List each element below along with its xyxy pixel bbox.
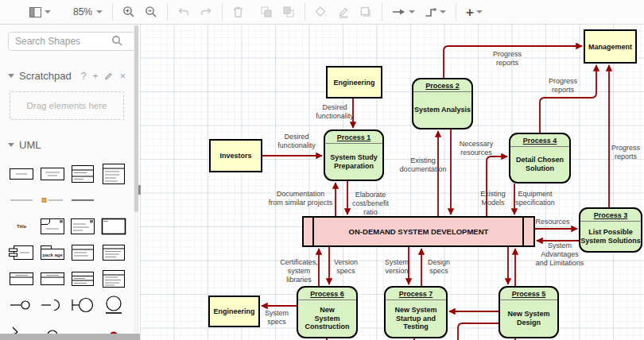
waypoint-style-button[interactable] [420, 0, 451, 24]
shape-uml-boundary-object[interactable] [68, 292, 98, 318]
flow-label-resources[interactable]: Resources [533, 218, 572, 226]
shape-uml-class-rows-2[interactable] [99, 266, 129, 292]
process-node-2[interactable]: Process 2 System Analysis [412, 78, 473, 129]
entity-engineering-bottom[interactable]: Engineering [208, 296, 260, 327]
pencil-icon [337, 6, 350, 18]
shape-uml-class-2[interactable] [99, 161, 129, 187]
shape-uml-control-object[interactable] [6, 319, 37, 334]
shape-uml-item-text[interactable] [37, 187, 68, 213]
shape-uml-attribute-text[interactable] [6, 187, 37, 213]
close-icon[interactable]: × [119, 70, 126, 82]
flow-label-progress-reports-3[interactable]: Progress reports [606, 144, 644, 161]
shape-uml-object-header[interactable] [6, 266, 37, 292]
shape-uml-note[interactable] [68, 214, 98, 239]
shape-uml-class-rows[interactable] [68, 266, 98, 292]
flow-label-existing-documentation[interactable]: Existing documentation [398, 156, 448, 174]
process-5-name: New System Design [500, 300, 557, 337]
flow-label-system-version[interactable]: System version [381, 258, 413, 276]
trash-icon [232, 6, 244, 18]
process-node-1[interactable]: Process 1 System Study Preparation [324, 129, 384, 181]
shape-uml-component[interactable] [6, 240, 37, 265]
shape-uml-title-text[interactable]: Title [6, 214, 37, 239]
process-5-title: Process 5 [500, 288, 557, 299]
process-node-4[interactable]: Process 4 Detail Chosen Solution [509, 133, 571, 184]
connection-arrow-icon [392, 7, 406, 17]
shape-uml-package[interactable]: pack age [37, 240, 68, 265]
flow-label-system-advantages[interactable]: System Advantages and Limitations [535, 241, 584, 267]
process-node-6[interactable]: Process 6 New System Construction [297, 286, 358, 338]
sidebar-bottom-scrollbar[interactable] [0, 334, 140, 340]
data-store-divider-left [312, 218, 314, 245]
shape-uml-class-4[interactable] [99, 240, 129, 265]
zoom-out-button[interactable] [140, 0, 162, 24]
connection-style-button[interactable] [387, 0, 420, 24]
entity-investors[interactable]: Investors [209, 139, 262, 172]
shape-uml-template-frame[interactable] [99, 214, 129, 239]
insert-button[interactable]: + [461, 0, 487, 24]
flow-label-progress-reports-2[interactable]: Progress reports [542, 77, 584, 95]
shape-uml-divider-line[interactable] [68, 187, 98, 213]
zoom-in-button[interactable] [118, 0, 140, 24]
shape-uml-object-header-2[interactable] [37, 266, 68, 292]
edit-pencil-icon[interactable] [104, 71, 113, 80]
flow-label-version-specs[interactable]: Version specs [330, 258, 362, 276]
fill-color-button[interactable] [310, 0, 332, 24]
flow-label-system-specs[interactable]: System specs [261, 309, 293, 326]
process-7-title: Process 7 [386, 288, 446, 299]
scratchpad-dropzone[interactable]: Drag elements here [10, 91, 124, 120]
flow-label-existing-models[interactable]: Existing Models [477, 190, 509, 207]
entity-management[interactable]: Management [584, 29, 637, 64]
shape-uml-required-interface[interactable] [37, 292, 68, 318]
flow-label-documentation[interactable]: Documentation from similar projects [265, 190, 336, 207]
zoom-level-dropdown[interactable]: 85% [67, 0, 107, 24]
line-color-button[interactable] [332, 0, 355, 24]
process-node-5[interactable]: Process 5 New System Design [499, 286, 559, 338]
shape-uml-class-3[interactable] [68, 240, 98, 265]
svg-text:pack age: pack age [42, 252, 63, 257]
flow-label-desired-functionality-1[interactable]: Desired functionality [312, 103, 357, 121]
process-node-7[interactable]: Process 7 New System Startup and Testing [384, 286, 448, 338]
flow-label-necessary-resources[interactable]: Necessary resources [455, 140, 498, 157]
to-front-button[interactable] [255, 0, 277, 24]
sidebar-scrollbar-thumb[interactable] [134, 25, 138, 212]
format-panel-toggle-button[interactable] [24, 0, 56, 24]
chevron-down-icon [476, 10, 483, 14]
sidebar-splitter-handle[interactable] [138, 185, 141, 195]
flow-label-progress-reports-1[interactable]: Progress reports [487, 50, 528, 68]
chevron-down-icon [96, 10, 103, 14]
flow-label-elaborate[interactable]: Elaborate cost/benefit ratio [348, 191, 393, 216]
chevron-down-icon [409, 10, 415, 14]
shape-uml-lifeline[interactable] [68, 319, 98, 334]
shadow-icon [359, 6, 372, 18]
process-3-title: Process 3 [580, 209, 641, 221]
add-icon[interactable]: + [92, 71, 98, 82]
zoom-in-icon [122, 6, 135, 18]
shape-uml-interface-object[interactable] [37, 161, 68, 187]
flow-label-desired-functionality-2[interactable]: Desired functionality [272, 133, 321, 150]
uml-section-header[interactable]: UML [8, 139, 126, 151]
shape-uml-spacer[interactable] [99, 187, 129, 213]
flow-label-design-specs[interactable]: Design specs [423, 258, 455, 276]
to-back-button[interactable] [277, 0, 300, 24]
undo-button[interactable] [173, 0, 195, 24]
shape-uml-collaboration[interactable] [37, 319, 68, 334]
redo-button[interactable] [195, 0, 217, 24]
shape-uml-actor-red[interactable] [99, 319, 129, 334]
uml-shape-palette: Title pack age [6, 160, 129, 334]
shape-uml-provided-interface[interactable] [6, 292, 37, 318]
data-store-bar[interactable]: ON-DEMAND SYSTEM DEVELOPMENT [302, 216, 535, 247]
scratchpad-section-header[interactable]: Scratchpad ? + × [8, 70, 126, 82]
help-icon[interactable]: ? [81, 71, 87, 82]
shape-uml-object[interactable] [6, 161, 37, 187]
shape-uml-frame[interactable] [37, 214, 68, 239]
flow-label-equipment-specification[interactable]: Equipment specification [510, 190, 561, 207]
flow-label-certificates[interactable]: Certificates, system libraries [276, 258, 322, 284]
entity-engineering-top[interactable]: Engineering [326, 66, 382, 99]
process-2-title: Process 2 [413, 79, 471, 91]
shadow-button[interactable] [355, 0, 377, 24]
shape-uml-class[interactable] [68, 161, 98, 187]
chevron-down-icon [440, 10, 446, 14]
shape-uml-entity-object[interactable] [99, 292, 129, 318]
delete-button[interactable] [227, 0, 249, 24]
process-node-3[interactable]: Process 3 List Possible System Solutions [579, 207, 642, 253]
